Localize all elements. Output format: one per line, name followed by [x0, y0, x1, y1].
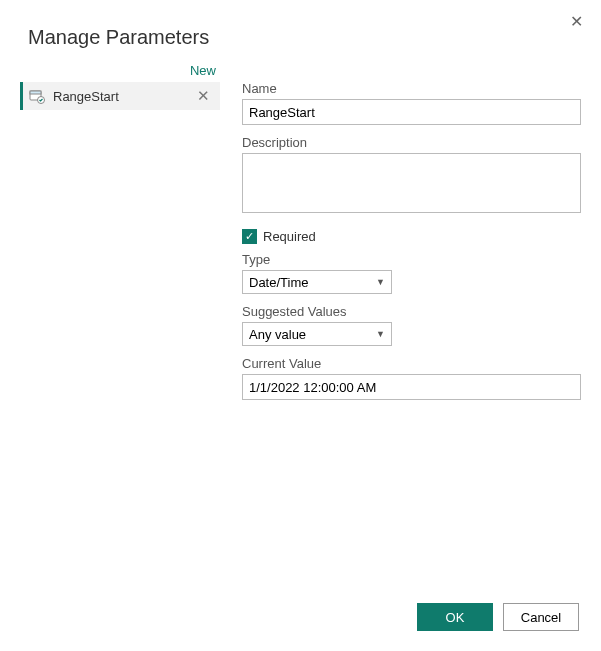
sidebar: New RangeStart ✕: [20, 63, 220, 582]
description-input[interactable]: [242, 153, 581, 213]
parameter-item[interactable]: RangeStart ✕: [20, 82, 220, 110]
remove-parameter-icon[interactable]: ✕: [193, 87, 214, 105]
current-value-input[interactable]: [242, 374, 581, 400]
required-label: Required: [263, 229, 316, 244]
svg-rect-1: [30, 91, 41, 94]
current-value-label: Current Value: [242, 356, 581, 371]
dialog-title: Manage Parameters: [28, 26, 581, 49]
suggested-values-select[interactable]: Any value ▼: [242, 322, 392, 346]
required-checkbox-row[interactable]: ✓ Required: [242, 229, 581, 244]
dialog-footer: OK Cancel: [417, 603, 579, 631]
description-label: Description: [242, 135, 581, 150]
parameter-item-label: RangeStart: [53, 89, 185, 104]
parameter-icon: [29, 88, 45, 104]
close-icon[interactable]: ✕: [570, 12, 583, 31]
parameter-list: RangeStart ✕: [20, 82, 220, 582]
name-input[interactable]: [242, 99, 581, 125]
suggested-values-value: Any value: [249, 327, 306, 342]
suggested-values-label: Suggested Values: [242, 304, 581, 319]
name-label: Name: [242, 81, 581, 96]
new-parameter-link[interactable]: New: [20, 63, 220, 82]
dialog-body: New RangeStart ✕ Name Des: [20, 63, 581, 582]
type-label: Type: [242, 252, 581, 267]
required-checkbox[interactable]: ✓: [242, 229, 257, 244]
form-panel: Name Description ✓ Required Type Date/Ti…: [242, 63, 581, 410]
cancel-button[interactable]: Cancel: [503, 603, 579, 631]
ok-button[interactable]: OK: [417, 603, 493, 631]
type-select-value: Date/Time: [249, 275, 308, 290]
chevron-down-icon: ▼: [376, 277, 385, 287]
type-select[interactable]: Date/Time ▼: [242, 270, 392, 294]
chevron-down-icon: ▼: [376, 329, 385, 339]
